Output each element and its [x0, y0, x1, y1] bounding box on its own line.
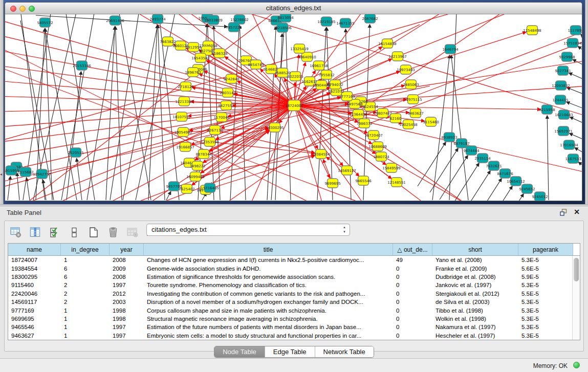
graph-node-label: 7986372	[356, 122, 372, 126]
table-body: 1872400712008Changes of HCN gene express…	[8, 256, 572, 340]
panel-divider-left[interactable]: ◂	[0, 0, 4, 204]
collapse-arrow-icon[interactable]: ◂	[0, 172, 2, 177]
table-cell: 5.3E-5	[518, 299, 572, 305]
tab-node-table[interactable]: Node Table	[214, 346, 265, 357]
vertical-scrollbar[interactable]	[572, 256, 580, 340]
table-cell: 5.3E-5	[518, 257, 572, 263]
graph-node-label: 12975115	[404, 98, 422, 102]
select-all-rows-icon[interactable]	[49, 226, 61, 238]
window-title: citations_edges.txt	[5, 3, 582, 14]
window-close-button[interactable]	[10, 6, 16, 12]
network-selector-value: citations_edges.txt	[151, 226, 207, 233]
graph-node-label: 7857224	[226, 26, 242, 30]
graph-edge[interactable]	[123, 25, 158, 200]
attribute-table: namein_degreeyeartitle△ out_de...shortpa…	[8, 243, 580, 340]
graph-edge[interactable]	[110, 14, 139, 200]
table-row[interactable]: 1938455462009Genome-wide association stu…	[8, 264, 572, 272]
column-header-in_degree[interactable]: in_degree	[61, 244, 110, 255]
graph-edge[interactable]	[440, 156, 468, 200]
table-cell: 0	[393, 308, 432, 314]
table-row[interactable]: 1456911722003Disruption of a novel membe…	[8, 298, 572, 306]
graph-node-label: 2087682	[362, 17, 378, 21]
graph-edge[interactable]	[569, 73, 582, 81]
table-cell: 1	[61, 316, 110, 322]
column-header-pagerank[interactable]: pagerank	[518, 244, 573, 255]
table-row[interactable]: 946362711997Embryonic stem cells: a mode…	[8, 332, 572, 340]
table-row[interactable]: 969969511998Structural magnetic resonanc…	[8, 315, 572, 323]
tab-network-table[interactable]: Network Table	[315, 346, 374, 357]
graph-edge[interactable]	[17, 173, 19, 200]
graph-edge[interactable]	[567, 87, 582, 96]
float-window-icon[interactable]	[560, 209, 568, 216]
graph-edge[interactable]	[547, 116, 549, 200]
network-canvas[interactable]: 1872400716154838122139671097349374850631…	[5, 14, 582, 201]
table-row[interactable]: 911546021997Tourette syndrome. Phenomeno…	[8, 281, 572, 289]
graph-node-label: 9245652	[519, 187, 535, 191]
deselect-all-rows-icon[interactable]	[68, 226, 80, 238]
column-header-title[interactable]: title	[144, 244, 393, 255]
graph-edge[interactable]	[495, 194, 524, 201]
graph-node-label: 20691406	[106, 19, 124, 23]
graph-node-label: 14569117	[338, 169, 356, 173]
graph-edge[interactable]	[119, 14, 151, 200]
graph-edge[interactable]	[570, 117, 582, 125]
graph-edge[interactable]	[581, 34, 582, 40]
tab-edge-table[interactable]: Edge Table	[265, 346, 315, 357]
network-window[interactable]: citations_edges.txt 18724007161548381221…	[5, 2, 582, 201]
table-row[interactable]: 946554611997Estimation of the future num…	[8, 323, 572, 331]
table-cell: 5.6E-5	[518, 266, 572, 272]
close-icon[interactable]: ✕	[574, 208, 580, 216]
column-header-year[interactable]: year	[110, 244, 144, 255]
graph-edge[interactable]	[578, 47, 582, 53]
network-selector-dropdown[interactable]: citations_edges.txt ▲▼	[146, 224, 350, 236]
scrollbar-thumb[interactable]	[574, 258, 579, 281]
graph-edge[interactable]	[206, 156, 315, 190]
graph-node-label: 3498222	[189, 164, 205, 168]
graph-edge[interactable]	[573, 59, 582, 67]
graph-edge[interactable]	[27, 178, 30, 200]
graph-edge[interactable]	[195, 155, 314, 177]
column-header-short[interactable]: short	[432, 244, 518, 255]
table-cell: 5.9E-5	[518, 274, 572, 280]
graph-edge[interactable]	[317, 28, 326, 200]
graph-node-label: 15849599	[382, 166, 401, 170]
window-zoom-button[interactable]	[29, 6, 35, 12]
graph-node-label: 8186328	[211, 52, 227, 56]
graph-node-label: 62160	[390, 117, 401, 121]
table-cell: 0	[393, 266, 432, 272]
graph-edge[interactable]	[418, 142, 446, 186]
window-minimize-button[interactable]	[19, 6, 26, 12]
graph-edge[interactable]	[567, 102, 582, 110]
table-row[interactable]: 2242004622012Investigating the contribut…	[8, 290, 572, 298]
graph-edge[interactable]	[67, 72, 81, 200]
panel-divider-right[interactable]	[585, 0, 588, 204]
graph-edge[interactable]	[473, 179, 502, 201]
column-header-out_de[interactable]: △ out_de...	[393, 244, 432, 255]
column-visibility-icon[interactable]	[29, 226, 41, 238]
create-column-icon[interactable]	[88, 226, 100, 238]
graph-edge[interactable]	[451, 55, 468, 200]
graph-edge[interactable]	[484, 186, 512, 201]
delete-columns-trash-icon[interactable]	[107, 226, 119, 238]
graph-edge[interactable]	[106, 27, 115, 200]
table-cell: 0	[393, 282, 432, 288]
graph-edge[interactable]	[294, 105, 582, 173]
graph-edge[interactable]	[432, 55, 449, 200]
graph-edge[interactable]	[148, 25, 157, 200]
network-graph[interactable]: 1872400716154838122139671097349374850631…	[5, 14, 582, 201]
graph-edge[interactable]	[26, 14, 281, 201]
graph-node-label: 8938923	[441, 136, 457, 140]
graph-node-label: 8267130	[207, 128, 223, 133]
table-row[interactable]: 1872400712008Changes of HCN gene express…	[8, 256, 572, 264]
graph-edge[interactable]	[449, 14, 456, 200]
table-mode-icon[interactable]	[10, 226, 22, 238]
graph-node-label: 16099489	[186, 175, 205, 179]
table-row[interactable]: 977716911998Corpus callosum shape and si…	[8, 306, 572, 314]
table-cell: 5.3E-5	[518, 333, 572, 339]
table-row[interactable]: 1830029562008Estimation of significance …	[8, 273, 572, 281]
window-titlebar[interactable]: citations_edges.txt	[5, 3, 582, 14]
graph-node-label: 9457791	[166, 185, 182, 189]
graph-edge[interactable]	[166, 191, 171, 200]
column-header-name[interactable]: name	[8, 244, 61, 255]
graph-edge[interactable]	[579, 162, 582, 169]
